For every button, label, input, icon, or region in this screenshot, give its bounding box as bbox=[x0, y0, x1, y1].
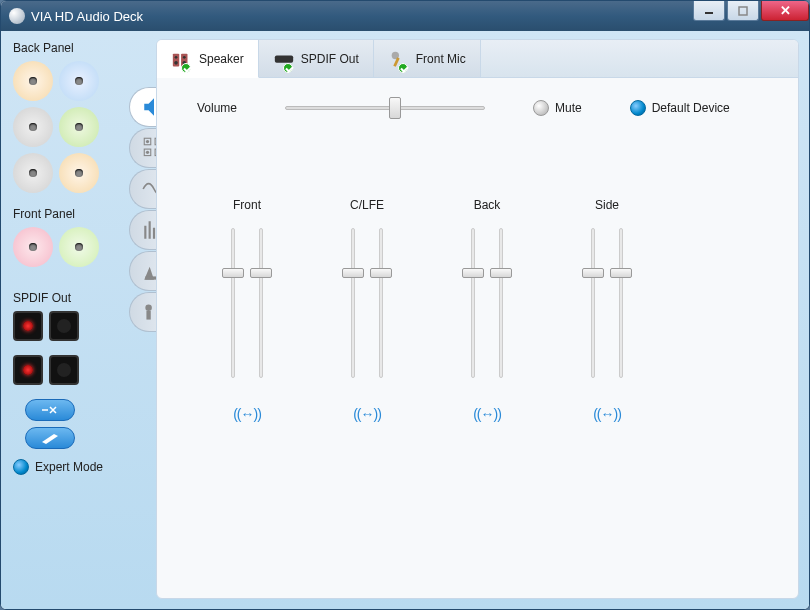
svg-rect-1 bbox=[739, 7, 747, 15]
maximize-button[interactable] bbox=[727, 1, 759, 21]
front-panel-label: Front Panel bbox=[13, 207, 146, 221]
channel-label: C/LFE bbox=[350, 198, 384, 212]
channel-slider-pair bbox=[225, 228, 269, 378]
spdif-optical-2[interactable] bbox=[13, 355, 43, 385]
tab-frontmic[interactable]: Front Mic bbox=[374, 40, 481, 77]
jack-back-orange2[interactable] bbox=[59, 153, 99, 193]
check-badge-icon bbox=[398, 63, 408, 73]
spdif-coax-2[interactable] bbox=[49, 355, 79, 385]
jack-back-gray2[interactable] bbox=[13, 153, 53, 193]
top-tabs: Speaker SPDIF Out Front Mic bbox=[157, 40, 798, 78]
body: Back Panel Front Panel SPDIF Out bbox=[1, 31, 809, 609]
channel-front: Front((↔)) bbox=[207, 198, 287, 422]
channel-label: Back bbox=[474, 198, 501, 212]
svg-point-25 bbox=[175, 55, 178, 58]
svg-point-10 bbox=[145, 151, 148, 154]
titlebar[interactable]: VIA HD Audio Deck ✕ bbox=[1, 1, 809, 31]
channel-slider-right[interactable] bbox=[253, 228, 269, 378]
balance-link-icon[interactable]: ((↔)) bbox=[473, 406, 501, 422]
check-badge-icon bbox=[181, 63, 191, 73]
jack-front-pink[interactable] bbox=[13, 227, 53, 267]
channel-slider-pair bbox=[345, 228, 389, 378]
jack-back-gray[interactable] bbox=[13, 107, 53, 147]
spdif-row-1 bbox=[13, 311, 146, 341]
back-panel-label: Back Panel bbox=[13, 41, 146, 55]
app-icon bbox=[9, 8, 25, 24]
tab-speaker-label: Speaker bbox=[199, 52, 244, 66]
expert-mode-radio[interactable] bbox=[13, 459, 29, 475]
balance-link-icon[interactable]: ((↔)) bbox=[353, 406, 381, 422]
close-button[interactable]: ✕ bbox=[761, 1, 809, 21]
channel-sliders: Front((↔))C/LFE((↔))Back((↔))Side((↔)) bbox=[157, 128, 798, 422]
window-title: VIA HD Audio Deck bbox=[31, 9, 143, 24]
svg-point-8 bbox=[145, 140, 148, 143]
tab-frontmic-label: Front Mic bbox=[416, 52, 466, 66]
expert-mode-row[interactable]: Expert Mode bbox=[13, 459, 146, 475]
expert-mode-label: Expert Mode bbox=[35, 460, 103, 474]
front-panel-jacks bbox=[13, 227, 146, 267]
spdif-row-2 bbox=[13, 355, 146, 385]
content-card: Speaker SPDIF Out Front Mic Volume bbox=[156, 39, 799, 599]
spdif-coax-1[interactable] bbox=[49, 311, 79, 341]
svg-point-26 bbox=[183, 55, 186, 58]
mute-toggle[interactable]: Mute bbox=[533, 100, 582, 116]
spdif-optical-1[interactable] bbox=[13, 311, 43, 341]
mute-radio[interactable] bbox=[533, 100, 549, 116]
back-panel-jacks bbox=[13, 61, 146, 193]
spdif-label: SPDIF Out bbox=[13, 291, 146, 305]
slider-track bbox=[285, 106, 485, 110]
jack-front-green[interactable] bbox=[59, 227, 99, 267]
channel-label: Front bbox=[233, 198, 261, 212]
channel-slider-left[interactable] bbox=[465, 228, 481, 378]
tab-spdif-label: SPDIF Out bbox=[301, 52, 359, 66]
app-window: VIA HD Audio Deck ✕ Back Panel Front Pan… bbox=[0, 0, 810, 610]
balance-link-icon[interactable]: ((↔)) bbox=[233, 406, 261, 422]
default-device-radio[interactable] bbox=[630, 100, 646, 116]
channel-slider-right[interactable] bbox=[613, 228, 629, 378]
volume-label: Volume bbox=[197, 101, 267, 115]
tab-speaker[interactable]: Speaker bbox=[157, 40, 259, 78]
tab-spdif[interactable]: SPDIF Out bbox=[259, 40, 374, 77]
channel-slider-pair bbox=[465, 228, 509, 378]
tool-button-2[interactable] bbox=[25, 427, 75, 449]
channel-back: Back((↔)) bbox=[447, 198, 527, 422]
channel-c-lfe: C/LFE((↔)) bbox=[327, 198, 407, 422]
jack-back-green[interactable] bbox=[59, 107, 99, 147]
mute-label: Mute bbox=[555, 101, 582, 115]
jack-back-blue[interactable] bbox=[59, 61, 99, 101]
default-device-toggle[interactable]: Default Device bbox=[630, 100, 730, 116]
minimize-button[interactable] bbox=[693, 1, 725, 21]
channel-slider-right[interactable] bbox=[493, 228, 509, 378]
svg-rect-19 bbox=[146, 311, 150, 320]
svg-point-27 bbox=[174, 60, 178, 64]
default-device-label: Default Device bbox=[652, 101, 730, 115]
channel-slider-left[interactable] bbox=[345, 228, 361, 378]
pen-icon bbox=[40, 432, 60, 444]
volume-slider[interactable] bbox=[285, 98, 485, 118]
volume-row: Volume Mute Default Device bbox=[157, 78, 798, 128]
tool-button-1[interactable] bbox=[25, 399, 75, 421]
jack-back-orange[interactable] bbox=[13, 61, 53, 101]
slider-thumb[interactable] bbox=[389, 97, 401, 119]
channel-slider-left[interactable] bbox=[585, 228, 601, 378]
channel-slider-left[interactable] bbox=[225, 228, 241, 378]
balance-link-icon[interactable]: ((↔)) bbox=[593, 406, 621, 422]
channel-side: Side((↔)) bbox=[567, 198, 647, 422]
channel-label: Side bbox=[595, 198, 619, 212]
main-panel: +- bbox=[156, 31, 809, 609]
wrench-icon bbox=[40, 404, 60, 416]
svg-rect-29 bbox=[275, 55, 293, 62]
window-controls: ✕ bbox=[691, 1, 809, 21]
channel-slider-right[interactable] bbox=[373, 228, 389, 378]
channel-slider-pair bbox=[585, 228, 629, 378]
svg-point-18 bbox=[145, 304, 152, 311]
check-badge-icon bbox=[283, 63, 293, 73]
